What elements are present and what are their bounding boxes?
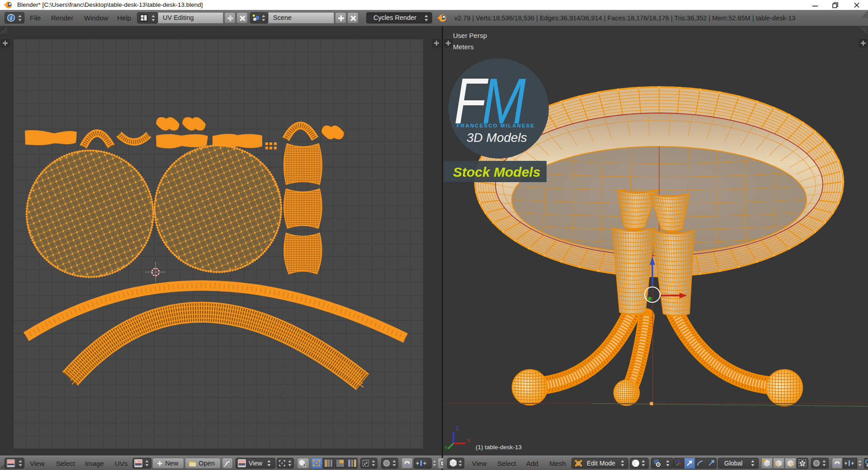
svg-text:X: X [467, 438, 471, 443]
svg-text:Z: Z [456, 426, 459, 431]
svg-text:Y: Y [444, 445, 448, 451]
